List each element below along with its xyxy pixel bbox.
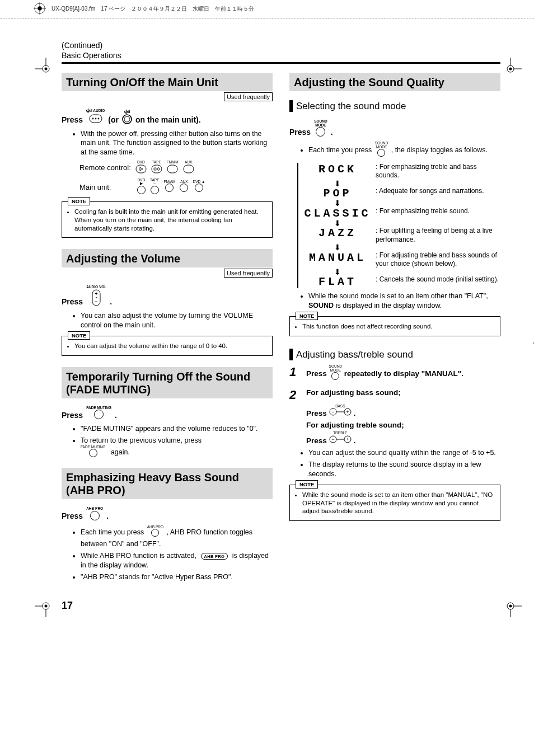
heading-turning-on-off: Turning On/Off the Main Unit — [62, 73, 273, 91]
heading-ahb-pro: Emphasizing Heavy Bass Sound (AHB PRO) — [62, 468, 273, 499]
unit-button-icon: FM/AM — [164, 180, 176, 194]
dvd-button-icon: DVD — [135, 161, 147, 175]
press-instruction: Press FADE MUTING . — [62, 406, 273, 421]
sound-mode-button-icon: SOUND MODE — [314, 120, 327, 138]
unit-button-icon: DVD▶ — [137, 179, 146, 196]
svg-point-34 — [96, 297, 97, 298]
svg-text:+: + — [346, 436, 349, 442]
svg-text:−: − — [95, 299, 98, 304]
bass-button-icon: BASS −+ — [329, 405, 352, 418]
ahb-pro-button-icon: AHB PRO — [147, 525, 163, 539]
mode-jazz: JAZZ — [304, 227, 371, 240]
down-arrow-icon: ⬇ — [304, 221, 371, 226]
fade-muting-button-icon: FADE MUTING — [86, 406, 111, 421]
press-instruction: Press AUDIO VOL +− . — [62, 285, 273, 308]
note-text: You can adjust the volume within the ran… — [74, 342, 268, 350]
unit-button-icon: DVD ▲ — [193, 180, 205, 194]
bullet-text: Each time you press AHB PRO , AHB PRO fu… — [81, 525, 273, 549]
mode-manual: MANUAL — [304, 251, 371, 264]
mode-rock: ROCK — [304, 163, 371, 176]
note-label: NOTE — [296, 312, 318, 320]
step-2: 2 For adjusting bass sound; — [289, 388, 500, 402]
mode-pop: POP — [304, 187, 371, 200]
svg-text:−: − — [331, 409, 334, 415]
svg-point-24 — [123, 115, 132, 124]
note-label: NOTE — [68, 197, 90, 205]
page: (Continued) Basic Operations Turning On/… — [0, 18, 534, 628]
svg-point-22 — [95, 118, 96, 119]
svg-text:+: + — [95, 291, 98, 297]
press-bass: Press BASS −+ . — [306, 405, 500, 418]
note-box: NOTE This function does not affect recor… — [289, 316, 500, 336]
mode-flat: FLAT — [304, 275, 371, 288]
unit-button-icon: TAPE◦◦ — [150, 179, 160, 196]
bullet-text: "FADE MUTING" appears and the volume red… — [81, 424, 273, 434]
heading-sound-quality: Adjusting the Sound Quality — [289, 73, 500, 91]
crop-mark-icon — [499, 595, 522, 617]
left-column: Turning On/Off the Main Unit Used freque… — [62, 73, 273, 585]
bullet-text: You can adjust the sound quality within … — [308, 448, 500, 458]
main-unit-row: Main unit: DVD▶ TAPE◦◦ FM/AM AUX DVD ▲ — [79, 179, 273, 196]
note-text: This function does not affect recording … — [302, 322, 495, 331]
crop-mark-icon — [35, 58, 57, 80]
sound-mode-button-icon: SOUND MODE — [375, 142, 388, 159]
subheading-sound-mode: Selecting the sound mode — [289, 100, 500, 112]
remote-control-row: Remote control: DVD TAPE FM/AM AUX — [79, 161, 273, 175]
down-arrow-icon: ⬇ — [304, 245, 371, 250]
used-frequently-badge: Used frequently — [224, 269, 273, 278]
bullet-text: With the power off, pressing either butt… — [81, 129, 273, 158]
rule — [62, 62, 500, 64]
svg-point-5 — [45, 68, 48, 71]
crop-mark-icon — [35, 595, 57, 617]
unit-button-icon: AUX — [180, 180, 188, 194]
note-box: NOTE You can adjust the volume within th… — [62, 336, 273, 356]
note-label: NOTE — [296, 480, 318, 489]
bullet-text: You can also adjust the volume by turnin… — [81, 311, 273, 330]
svg-rect-31 — [184, 165, 194, 173]
svg-rect-26 — [136, 165, 146, 173]
svg-text:−: − — [331, 436, 334, 442]
svg-point-29 — [157, 167, 160, 170]
heading-adjusting-volume: Adjusting the Volume — [62, 249, 273, 267]
sound-mode-button-icon: SOUND MODE — [329, 365, 342, 383]
continued-label: (Continued) — [62, 41, 500, 50]
ahb-pro-indicator-icon: AHB PRO — [201, 553, 228, 560]
note-label: NOTE — [68, 331, 90, 340]
crop-target-icon — [34, 2, 46, 16]
svg-point-23 — [97, 118, 99, 119]
down-arrow-icon: ⬇ — [304, 201, 371, 205]
bullet-text: While AHB PRO function is activated, AHB… — [81, 551, 273, 570]
note-text: Cooling fan is built into the main unit … — [74, 208, 268, 233]
heading-fade-muting: Temporarily Turning Off the Sound (FADE … — [62, 367, 273, 398]
crop-header-text: UX-QD9[A]-03.fm 17 ページ ２００４年９月２２日 水曜日 午前… — [51, 5, 254, 13]
bar-icon — [289, 100, 293, 112]
subheading-bass-treble: Adjusting bass/treble sound — [289, 349, 500, 360]
step-1: 1 Press SOUND MODE repeatedly to display… — [289, 365, 500, 383]
note-box: NOTE Cooling fan is built into the main … — [62, 201, 273, 238]
bullet-text: The display returns to the sound source … — [308, 460, 500, 479]
press-instruction: Press AHB PRO . — [62, 507, 273, 522]
svg-text:+: + — [346, 409, 349, 415]
sound-mode-cycle: ROCK: For emphasizing treble and bass so… — [297, 163, 500, 289]
treble-head: For adjusting treble sound; — [306, 421, 500, 429]
mode-classic: CLASSIC — [304, 207, 371, 220]
fmam-button-icon: FM/AM — [167, 161, 179, 175]
svg-rect-30 — [167, 165, 177, 173]
press-instruction: Press SOUND MODE . — [289, 120, 500, 138]
svg-point-25 — [124, 116, 130, 122]
aux-button-icon: AUX — [183, 161, 194, 175]
used-frequently-badge: Used frequently — [224, 92, 273, 101]
fade-muting-button-icon: FADE MUTING — [81, 445, 105, 460]
bullet-text: To return to the previous volume, press … — [81, 436, 273, 460]
bullet-text: While the sound mode is set to an item o… — [308, 292, 500, 311]
right-column: Adjusting the Sound Quality Selecting th… — [289, 73, 500, 585]
down-arrow-icon: ⬇ — [304, 181, 371, 186]
svg-point-21 — [92, 118, 93, 119]
power-button-icon: ⏻/I — [122, 110, 132, 126]
down-arrow-icon: ⬇ — [304, 270, 371, 274]
bar-icon — [289, 349, 293, 360]
svg-point-11 — [509, 604, 512, 607]
page-number: 17 — [62, 600, 500, 612]
bullet-text: "AHB PRO" stands for "Active Hyper Bass … — [81, 572, 273, 582]
section-name: Basic Operations — [62, 51, 500, 60]
